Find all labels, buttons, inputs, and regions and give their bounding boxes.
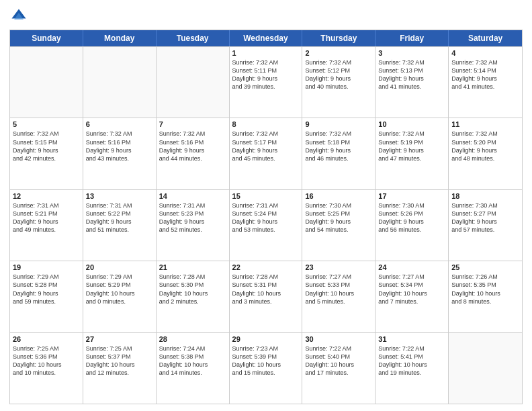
calendar-cell: 25Sunrise: 7:26 AMSunset: 5:35 PMDayligh…	[449, 261, 522, 332]
calendar-cell: 4Sunrise: 7:32 AMSunset: 5:14 PMDaylight…	[449, 47, 522, 118]
cell-content: Sunrise: 7:31 AMSunset: 5:22 PMDaylight:…	[86, 201, 153, 234]
cell-content: Sunrise: 7:29 AMSunset: 5:29 PMDaylight:…	[86, 273, 153, 306]
cell-content: Sunrise: 7:22 AMSunset: 5:41 PMDaylight:…	[378, 345, 445, 377]
calendar-cell: 27Sunrise: 7:25 AMSunset: 5:37 PMDayligh…	[83, 333, 157, 404]
calendar-cell: 26Sunrise: 7:25 AMSunset: 5:36 PMDayligh…	[10, 333, 83, 404]
cell-content: Sunrise: 7:32 AMSunset: 5:14 PMDaylight:…	[451, 58, 519, 91]
day-number: 24	[378, 263, 445, 271]
header-cell-sunday: Sunday	[10, 30, 83, 46]
header-cell-tuesday: Tuesday	[157, 30, 230, 46]
day-number: 16	[305, 192, 372, 200]
header-cell-saturday: Saturday	[449, 30, 522, 46]
day-number: 13	[86, 192, 153, 200]
cell-content: Sunrise: 7:31 AMSunset: 5:24 PMDaylight:…	[232, 201, 300, 234]
day-number: 5	[13, 120, 80, 128]
cell-content: Sunrise: 7:32 AMSunset: 5:13 PMDaylight:…	[378, 58, 445, 91]
cell-content: Sunrise: 7:27 AMSunset: 5:33 PMDaylight:…	[305, 273, 372, 306]
calendar-cell: 6Sunrise: 7:32 AMSunset: 5:16 PMDaylight…	[83, 118, 157, 189]
calendar-cell	[10, 47, 83, 118]
day-number: 12	[13, 192, 80, 200]
cell-content: Sunrise: 7:32 AMSunset: 5:17 PMDaylight:…	[232, 130, 300, 163]
header-cell-friday: Friday	[375, 30, 449, 46]
logo	[9, 7, 31, 26]
calendar-cell: 30Sunrise: 7:22 AMSunset: 5:40 PMDayligh…	[302, 333, 375, 404]
cell-content: Sunrise: 7:32 AMSunset: 5:11 PMDaylight:…	[232, 58, 300, 91]
calendar-cell: 16Sunrise: 7:30 AMSunset: 5:25 PMDayligh…	[302, 190, 375, 261]
calendar-cell: 15Sunrise: 7:31 AMSunset: 5:24 PMDayligh…	[230, 190, 303, 261]
cell-content: Sunrise: 7:25 AMSunset: 5:36 PMDaylight:…	[13, 345, 80, 377]
day-number: 7	[159, 120, 226, 128]
day-number: 31	[378, 335, 445, 343]
calendar-cell: 19Sunrise: 7:29 AMSunset: 5:28 PMDayligh…	[10, 261, 83, 332]
day-number: 9	[305, 120, 372, 128]
calendar-cell: 13Sunrise: 7:31 AMSunset: 5:22 PMDayligh…	[83, 190, 157, 261]
calendar-cell	[83, 47, 157, 118]
calendar-cell: 11Sunrise: 7:32 AMSunset: 5:20 PMDayligh…	[449, 118, 522, 189]
cell-content: Sunrise: 7:32 AMSunset: 5:19 PMDaylight:…	[378, 130, 445, 163]
day-number: 4	[451, 49, 519, 57]
calendar-cell: 10Sunrise: 7:32 AMSunset: 5:19 PMDayligh…	[375, 118, 449, 189]
calendar-row-1: 1Sunrise: 7:32 AMSunset: 5:11 PMDaylight…	[10, 46, 522, 118]
cell-content: Sunrise: 7:28 AMSunset: 5:31 PMDaylight:…	[232, 273, 300, 306]
header-cell-wednesday: Wednesday	[230, 30, 303, 46]
calendar-cell: 2Sunrise: 7:32 AMSunset: 5:12 PMDaylight…	[302, 47, 375, 118]
day-number: 29	[232, 335, 300, 343]
day-number: 28	[159, 335, 226, 343]
day-number: 3	[378, 49, 445, 57]
calendar-row-3: 12Sunrise: 7:31 AMSunset: 5:21 PMDayligh…	[10, 189, 522, 261]
day-number: 2	[305, 49, 372, 57]
calendar-cell: 1Sunrise: 7:32 AMSunset: 5:11 PMDaylight…	[230, 47, 303, 118]
calendar: SundayMondayTuesdayWednesdayThursdayFrid…	[9, 30, 523, 404]
day-number: 8	[232, 120, 300, 128]
calendar-cell: 9Sunrise: 7:32 AMSunset: 5:18 PMDaylight…	[302, 118, 375, 189]
calendar-cell: 5Sunrise: 7:32 AMSunset: 5:15 PMDaylight…	[10, 118, 83, 189]
calendar-cell: 28Sunrise: 7:24 AMSunset: 5:38 PMDayligh…	[157, 333, 230, 404]
calendar-cell: 21Sunrise: 7:28 AMSunset: 5:30 PMDayligh…	[157, 261, 230, 332]
calendar-cell	[449, 333, 522, 404]
page: SundayMondayTuesdayWednesdayThursdayFrid…	[0, 0, 532, 411]
day-number: 25	[451, 263, 519, 271]
calendar-cell: 7Sunrise: 7:32 AMSunset: 5:16 PMDaylight…	[157, 118, 230, 189]
calendar-row-5: 26Sunrise: 7:25 AMSunset: 5:36 PMDayligh…	[10, 332, 522, 404]
logo-icon	[9, 7, 28, 26]
calendar-cell: 18Sunrise: 7:30 AMSunset: 5:27 PMDayligh…	[449, 190, 522, 261]
cell-content: Sunrise: 7:29 AMSunset: 5:28 PMDaylight:…	[13, 273, 80, 306]
cell-content: Sunrise: 7:22 AMSunset: 5:40 PMDaylight:…	[305, 345, 372, 377]
cell-content: Sunrise: 7:31 AMSunset: 5:23 PMDaylight:…	[159, 201, 226, 234]
cell-content: Sunrise: 7:31 AMSunset: 5:21 PMDaylight:…	[13, 201, 80, 234]
cell-content: Sunrise: 7:30 AMSunset: 5:25 PMDaylight:…	[305, 201, 372, 234]
cell-content: Sunrise: 7:28 AMSunset: 5:30 PMDaylight:…	[159, 273, 226, 306]
day-number: 21	[159, 263, 226, 271]
day-number: 23	[305, 263, 372, 271]
header-cell-monday: Monday	[83, 30, 157, 46]
calendar-body: 1Sunrise: 7:32 AMSunset: 5:11 PMDaylight…	[10, 46, 522, 404]
day-number: 26	[13, 335, 80, 343]
cell-content: Sunrise: 7:24 AMSunset: 5:38 PMDaylight:…	[159, 345, 226, 377]
cell-content: Sunrise: 7:27 AMSunset: 5:34 PMDaylight:…	[378, 273, 445, 306]
cell-content: Sunrise: 7:25 AMSunset: 5:37 PMDaylight:…	[86, 345, 153, 377]
day-number: 11	[451, 120, 519, 128]
cell-content: Sunrise: 7:30 AMSunset: 5:27 PMDaylight:…	[451, 201, 519, 234]
day-number: 27	[86, 335, 153, 343]
day-number: 15	[232, 192, 300, 200]
cell-content: Sunrise: 7:30 AMSunset: 5:26 PMDaylight:…	[378, 201, 445, 234]
day-number: 6	[86, 120, 153, 128]
calendar-cell: 24Sunrise: 7:27 AMSunset: 5:34 PMDayligh…	[375, 261, 449, 332]
cell-content: Sunrise: 7:32 AMSunset: 5:20 PMDaylight:…	[451, 130, 519, 163]
day-number: 22	[232, 263, 300, 271]
day-number: 18	[451, 192, 519, 200]
day-number: 1	[232, 49, 300, 57]
calendar-cell: 14Sunrise: 7:31 AMSunset: 5:23 PMDayligh…	[157, 190, 230, 261]
calendar-header-row: SundayMondayTuesdayWednesdayThursdayFrid…	[10, 30, 522, 46]
day-number: 20	[86, 263, 153, 271]
header	[9, 7, 523, 26]
day-number: 10	[378, 120, 445, 128]
day-number: 17	[378, 192, 445, 200]
calendar-cell: 29Sunrise: 7:23 AMSunset: 5:39 PMDayligh…	[230, 333, 303, 404]
day-number: 19	[13, 263, 80, 271]
calendar-cell: 23Sunrise: 7:27 AMSunset: 5:33 PMDayligh…	[302, 261, 375, 332]
cell-content: Sunrise: 7:32 AMSunset: 5:16 PMDaylight:…	[159, 130, 226, 163]
calendar-row-4: 19Sunrise: 7:29 AMSunset: 5:28 PMDayligh…	[10, 261, 522, 332]
calendar-cell: 12Sunrise: 7:31 AMSunset: 5:21 PMDayligh…	[10, 190, 83, 261]
cell-content: Sunrise: 7:32 AMSunset: 5:12 PMDaylight:…	[305, 58, 372, 91]
